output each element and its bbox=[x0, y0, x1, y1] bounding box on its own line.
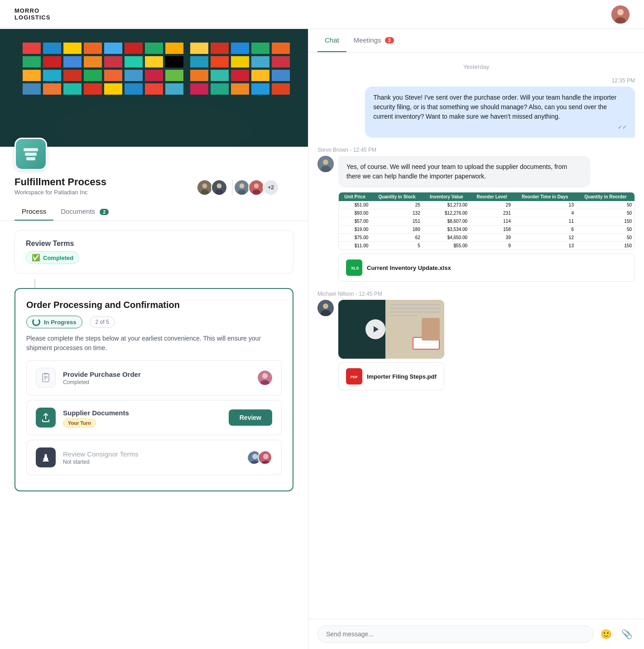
tab-meetings[interactable]: Meetings 3 bbox=[346, 29, 401, 52]
tab-documents[interactable]: Documents 2 bbox=[53, 203, 116, 221]
tab-process[interactable]: Process bbox=[14, 203, 53, 221]
team-avatar-4[interactable] bbox=[248, 179, 264, 196]
step-avatars-consignor bbox=[247, 450, 272, 465]
your-turn-badge: Your Turn bbox=[63, 418, 96, 428]
in-progress-badge: In Progress bbox=[26, 316, 82, 328]
play-button[interactable] bbox=[365, 319, 385, 339]
svg-point-25 bbox=[45, 454, 47, 457]
review-button[interactable]: Review bbox=[229, 409, 272, 426]
svg-point-5 bbox=[201, 189, 209, 195]
svg-rect-24 bbox=[44, 456, 47, 458]
svg-point-31 bbox=[263, 454, 269, 459]
workspace-title: Fulfillment Process bbox=[14, 176, 106, 188]
message1-time: 12:35 PM bbox=[317, 77, 635, 84]
step-info-purchase-order: Provide Purchase Order Completed bbox=[63, 370, 250, 385]
team-avatar-extra[interactable]: +2 bbox=[263, 179, 279, 196]
attachment2-name: Importer Filing Steps.pdf bbox=[367, 373, 437, 380]
file-attachment-pdf[interactable]: PDF Importer Filing Steps.pdf bbox=[338, 362, 444, 390]
message-input[interactable] bbox=[317, 625, 593, 643]
attachment1-name: Current Inventory Update.xlsx bbox=[367, 264, 451, 271]
consignor-avatar-2 bbox=[258, 450, 272, 465]
workspace-logo-badge bbox=[14, 138, 47, 170]
logo-line1: MORRO bbox=[14, 8, 50, 14]
message2-wrapper: Yes, of course. We will need your team t… bbox=[317, 156, 635, 282]
video-content-right bbox=[385, 300, 444, 359]
svg-point-39 bbox=[323, 303, 328, 309]
step-icon-upload bbox=[36, 408, 56, 428]
completed-badge: ✅ Completed bbox=[26, 251, 79, 264]
spinner-icon bbox=[32, 318, 40, 326]
tab-chat[interactable]: Chat bbox=[317, 29, 346, 52]
step-count: 2 of 5 bbox=[90, 317, 115, 327]
logo-line2: LOGISTICS bbox=[14, 14, 50, 21]
step-review-consignor: Review Consignor Terms Not started bbox=[26, 440, 282, 475]
message1-bubble: Thank you Steve! I've sent over the purc… bbox=[365, 87, 635, 138]
svg-point-7 bbox=[217, 183, 222, 188]
hero-image bbox=[0, 29, 308, 147]
main-tabs: Process Documents 2 bbox=[0, 203, 308, 221]
svg-text:XLS: XLS bbox=[351, 266, 359, 270]
review-terms-card: Review Terms ✅ Completed bbox=[14, 230, 293, 274]
step-status-consignor: Not started bbox=[63, 459, 240, 465]
emoji-button[interactable]: 🙂 bbox=[598, 626, 614, 642]
meetings-badge: 3 bbox=[385, 37, 394, 43]
user-avatar[interactable] bbox=[611, 5, 630, 24]
steve-avatar bbox=[317, 156, 334, 172]
check-circle-icon: ✅ bbox=[32, 254, 40, 262]
step-icon-stamp bbox=[36, 447, 56, 467]
team-avatar-2[interactable] bbox=[211, 179, 227, 196]
svg-text:PDF: PDF bbox=[351, 375, 358, 379]
workspace-subtitle: Workspace for Palladian Inc bbox=[14, 189, 106, 196]
step-info-consignor: Review Consignor Terms Not started bbox=[63, 450, 240, 465]
video-preview[interactable] bbox=[338, 300, 444, 359]
divider bbox=[232, 179, 233, 196]
inventory-table-preview[interactable]: Unit PriceQuantity in StockInventory Val… bbox=[338, 192, 635, 250]
team-avatar-3[interactable] bbox=[234, 179, 250, 196]
chat-input-area: 🙂 📎 bbox=[308, 619, 644, 649]
svg-point-14 bbox=[252, 189, 260, 195]
pdf-icon: PDF bbox=[346, 368, 362, 385]
read-ticks: ✓✓ bbox=[373, 123, 627, 131]
chat-tabs: Chat Meetings 3 bbox=[308, 29, 644, 53]
step-name-supplier-docs: Supplier Documents bbox=[63, 409, 221, 417]
inventory-table: Unit PriceQuantity in StockInventory Val… bbox=[339, 192, 634, 250]
svg-point-21 bbox=[262, 373, 268, 379]
michael-avatar bbox=[317, 300, 334, 316]
process-content: Review Terms ✅ Completed Order Processin… bbox=[0, 221, 308, 500]
svg-marker-41 bbox=[374, 326, 379, 332]
order-card: Order Processing and Confirmation In Pro… bbox=[14, 288, 293, 491]
svg-point-1 bbox=[617, 9, 624, 15]
step-name-purchase-order: Provide Purchase Order bbox=[63, 370, 250, 378]
step-supplier-documents: Supplier Documents Your Turn Review bbox=[26, 400, 282, 435]
svg-point-13 bbox=[254, 183, 259, 188]
svg-rect-16 bbox=[44, 373, 48, 375]
step-status-purchase-order: Completed bbox=[63, 379, 250, 385]
svg-rect-26 bbox=[43, 461, 49, 462]
date-label: Yesterday bbox=[317, 63, 635, 70]
step-name-consignor: Review Consignor Terms bbox=[63, 450, 240, 458]
step-provide-purchase-order: Provide Purchase Order Completed bbox=[26, 360, 282, 395]
header: MORRO LOGISTICS bbox=[0, 0, 644, 29]
team-avatar-1[interactable] bbox=[197, 179, 213, 196]
svg-point-34 bbox=[323, 159, 328, 165]
logo: MORRO LOGISTICS bbox=[14, 8, 50, 21]
sender-michael: Michael Nillson - 12:45 PM bbox=[317, 291, 635, 297]
step-icon-clipboard bbox=[36, 368, 56, 388]
review-terms-title: Review Terms bbox=[26, 240, 282, 248]
workspace-section bbox=[0, 147, 308, 170]
attachment-button[interactable]: 📎 bbox=[619, 626, 635, 642]
order-description: Please complete the steps below at your … bbox=[26, 334, 282, 353]
file-attachment-xlsx[interactable]: XLS Current Inventory Update.xlsx bbox=[338, 254, 635, 282]
xlsx-icon: XLS bbox=[346, 260, 362, 276]
layers-icon bbox=[24, 148, 38, 160]
left-panel: Fulfillment Process Workspace for Pallad… bbox=[0, 29, 308, 649]
right-panel: Chat Meetings 3 Yesterday 12:35 PM Thank… bbox=[308, 29, 644, 649]
step-assignee-avatar bbox=[258, 370, 272, 385]
svg-point-4 bbox=[202, 183, 207, 188]
step-info-supplier-docs: Supplier Documents Your Turn bbox=[63, 409, 221, 427]
chat-body: Yesterday 12:35 PM Thank you Steve! I've… bbox=[308, 53, 644, 619]
svg-point-10 bbox=[240, 183, 245, 188]
emoji-icon: 🙂 bbox=[601, 629, 612, 639]
message3-wrapper: PDF Importer Filing Steps.pdf bbox=[317, 300, 635, 390]
workspace-header-row: Fulfillment Process Workspace for Pallad… bbox=[0, 176, 308, 196]
